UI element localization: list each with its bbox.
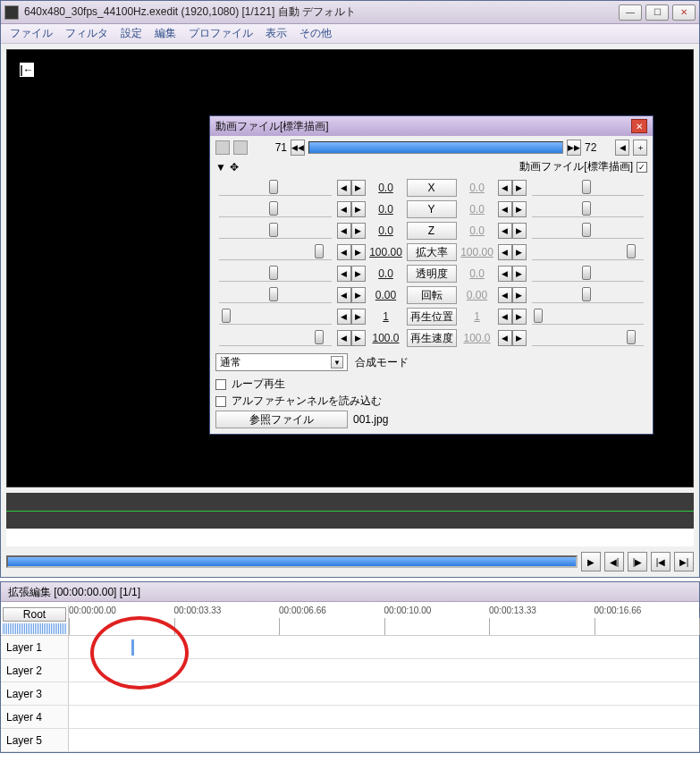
value-right-7[interactable]: 100.0 [459, 332, 496, 344]
dec-right-5[interactable]: ◀ [498, 287, 512, 303]
value-left-0[interactable]: 0.0 [367, 182, 405, 194]
inc-left-1[interactable]: ▶ [351, 201, 366, 217]
step-back-button[interactable]: ◀| [604, 552, 624, 572]
value-left-7[interactable]: 100.0 [367, 332, 405, 344]
slider-left-6[interactable] [219, 309, 332, 325]
maximize-button[interactable]: ☐ [645, 4, 669, 21]
slider-right-3[interactable] [532, 244, 645, 260]
inc-right-1[interactable]: ▶ [512, 201, 527, 217]
value-left-4[interactable]: 0.0 [367, 267, 405, 280]
inc-right-3[interactable]: ▶ [512, 244, 527, 260]
slider-right-2[interactable] [532, 223, 645, 239]
time-ruler[interactable]: 00:00:00.0000:00:03.3300:00:06.6600:00:1… [69, 605, 699, 635]
inc-left-3[interactable]: ▶ [351, 244, 366, 260]
alpha-checkbox[interactable] [215, 396, 226, 407]
value-right-2[interactable]: 0.0 [459, 224, 496, 237]
value-right-4[interactable]: 0.0 [459, 267, 496, 280]
layer-label-4[interactable]: Layer 5 [1, 729, 69, 751]
layer-track-2[interactable] [69, 682, 699, 705]
slider-right-4[interactable] [532, 266, 645, 282]
dec-left-6[interactable]: ◀ [337, 309, 351, 325]
slider-left-3[interactable] [219, 244, 332, 260]
browse-file-button[interactable]: 参照ファイル [215, 411, 348, 428]
layer-track-1[interactable] [69, 659, 699, 682]
param-name-6[interactable]: 再生位置 [407, 308, 457, 326]
layer-label-3[interactable]: Layer 4 [1, 706, 69, 728]
menu-view[interactable]: 表示 [266, 26, 287, 41]
value-left-5[interactable]: 0.00 [367, 289, 405, 301]
slider-right-5[interactable] [532, 287, 645, 303]
inc-right-4[interactable]: ▶ [512, 266, 527, 282]
dec-right-1[interactable]: ◀ [498, 201, 512, 217]
value-right-1[interactable]: 0.0 [459, 203, 496, 216]
object-icon[interactable] [215, 140, 230, 155]
frame-rewind-button[interactable]: ◀◀ [291, 140, 305, 156]
param-name-0[interactable]: X [407, 179, 457, 197]
slider-left-5[interactable] [219, 287, 332, 303]
value-right-3[interactable]: 100.00 [459, 246, 496, 258]
dec-right-7[interactable]: ◀ [498, 330, 512, 346]
loop-checkbox[interactable] [215, 379, 226, 390]
dec-right-4[interactable]: ◀ [498, 266, 512, 282]
value-left-2[interactable]: 0.0 [367, 224, 405, 237]
dec-right-2[interactable]: ◀ [498, 223, 512, 239]
slider-left-2[interactable] [219, 223, 332, 239]
slider-right-1[interactable] [532, 201, 645, 217]
inc-left-0[interactable]: ▶ [351, 180, 366, 196]
dialog-titlebar[interactable]: 動画ファイル[標準描画] ✕ [210, 116, 653, 136]
inc-left-7[interactable]: ▶ [351, 330, 366, 346]
value-right-5[interactable]: 0.00 [459, 289, 496, 301]
render-mode-check[interactable]: ✓ [637, 162, 647, 173]
clip-0[interactable] [131, 639, 134, 656]
goto-last-button[interactable]: ▶| [674, 552, 694, 572]
frame-range-bar[interactable] [308, 141, 563, 154]
blend-mode-select[interactable]: 通常 ▼ [215, 353, 348, 371]
menu-filter[interactable]: フィルタ [65, 26, 108, 41]
value-left-3[interactable]: 100.00 [367, 246, 405, 258]
back-icon[interactable]: |← [18, 61, 36, 79]
slider-left-7[interactable] [219, 330, 332, 346]
dec-left-2[interactable]: ◀ [337, 223, 351, 239]
inc-right-6[interactable]: ▶ [512, 309, 527, 325]
root-button[interactable]: Root [3, 607, 66, 622]
inc-right-5[interactable]: ▶ [512, 287, 527, 303]
dec-left-4[interactable]: ◀ [337, 266, 351, 282]
add-obj-button[interactable]: ＋ [633, 140, 647, 156]
inc-left-5[interactable]: ▶ [351, 287, 366, 303]
value-left-6[interactable]: 1 [367, 310, 405, 323]
dec-left-0[interactable]: ◀ [337, 180, 351, 196]
seek-bar[interactable] [6, 555, 578, 568]
dec-left-3[interactable]: ◀ [337, 244, 351, 260]
collapse-icon[interactable]: ▼ [215, 161, 226, 174]
dialog-close-button[interactable]: ✕ [631, 119, 647, 133]
value-right-0[interactable]: 0.0 [459, 182, 496, 194]
slider-right-6[interactable] [532, 309, 645, 325]
slider-left-0[interactable] [219, 180, 332, 196]
inc-left-6[interactable]: ▶ [351, 309, 366, 325]
dec-right-6[interactable]: ◀ [498, 309, 512, 325]
menu-settings[interactable]: 設定 [121, 26, 142, 41]
slider-right-0[interactable] [532, 180, 645, 196]
dec-left-1[interactable]: ◀ [337, 201, 351, 217]
inc-right-0[interactable]: ▶ [512, 180, 527, 196]
layer-track-0[interactable] [69, 636, 699, 658]
frame-ffwd-button[interactable]: ▶▶ [567, 140, 581, 156]
goto-first-button[interactable]: |◀ [651, 552, 670, 572]
layer-label-2[interactable]: Layer 3 [1, 682, 69, 705]
menu-other[interactable]: その他 [299, 26, 332, 41]
step-fwd-button[interactable]: |▶ [628, 552, 647, 572]
param-name-4[interactable]: 透明度 [407, 265, 457, 283]
inc-right-2[interactable]: ▶ [512, 223, 527, 239]
slider-right-7[interactable] [532, 330, 645, 346]
inc-right-7[interactable]: ▶ [512, 330, 527, 346]
slider-left-4[interactable] [219, 266, 332, 282]
close-button[interactable]: ✕ [672, 4, 696, 21]
menu-file[interactable]: ファイル [10, 26, 53, 41]
dec-right-3[interactable]: ◀ [498, 244, 512, 260]
menu-edit[interactable]: 編集 [155, 26, 176, 41]
param-name-2[interactable]: Z [407, 222, 457, 240]
value-right-6[interactable]: 1 [459, 310, 496, 323]
layer-track-3[interactable] [69, 706, 699, 728]
play-button[interactable]: ▶ [581, 552, 601, 572]
inc-left-2[interactable]: ▶ [351, 223, 366, 239]
